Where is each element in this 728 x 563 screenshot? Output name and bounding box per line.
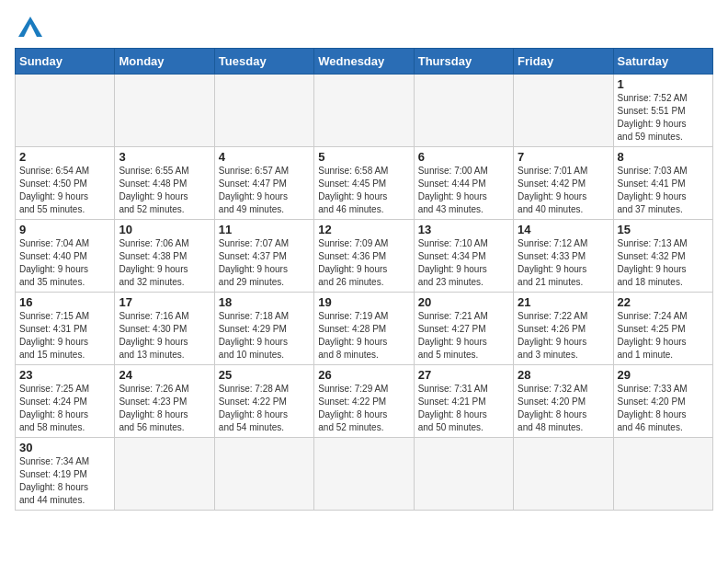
day-info: Sunrise: 6:55 AM Sunset: 4:48 PM Dayligh… <box>119 165 210 216</box>
header <box>15 15 713 39</box>
day-info: Sunrise: 7:52 AM Sunset: 5:51 PM Dayligh… <box>618 92 709 144</box>
day-number: 5 <box>318 150 409 164</box>
day-number: 13 <box>418 223 509 236</box>
calendar: SundayMondayTuesdayWednesdayThursdayFrid… <box>15 48 713 511</box>
calendar-cell: 18Sunrise: 7:18 AM Sunset: 4:29 PM Dayli… <box>214 293 313 365</box>
day-info: Sunrise: 7:21 AM Sunset: 4:27 PM Dayligh… <box>418 310 509 362</box>
day-number: 12 <box>318 223 409 236</box>
day-number: 14 <box>518 223 609 236</box>
calendar-cell: 1Sunrise: 7:52 AM Sunset: 5:51 PM Daylig… <box>613 75 712 147</box>
calendar-cell: 15Sunrise: 7:13 AM Sunset: 4:32 PM Dayli… <box>613 220 712 293</box>
day-info: Sunrise: 7:33 AM Sunset: 4:20 PM Dayligh… <box>618 383 709 434</box>
day-info: Sunrise: 7:32 AM Sunset: 4:20 PM Dayligh… <box>518 383 609 434</box>
calendar-cell: 25Sunrise: 7:28 AM Sunset: 4:22 PM Dayli… <box>214 365 313 438</box>
calendar-cell <box>115 75 214 147</box>
day-info: Sunrise: 7:18 AM Sunset: 4:29 PM Dayligh… <box>219 310 310 362</box>
day-info: Sunrise: 7:07 AM Sunset: 4:37 PM Dayligh… <box>219 237 310 289</box>
calendar-cell: 8Sunrise: 7:03 AM Sunset: 4:41 PM Daylig… <box>613 147 712 220</box>
logo-icon <box>17 15 44 39</box>
day-info: Sunrise: 7:28 AM Sunset: 4:22 PM Dayligh… <box>219 383 310 434</box>
day-number: 30 <box>19 441 110 454</box>
day-info: Sunrise: 7:00 AM Sunset: 4:44 PM Dayligh… <box>418 165 509 216</box>
calendar-row: 23Sunrise: 7:25 AM Sunset: 4:24 PM Dayli… <box>16 365 713 438</box>
calendar-cell: 28Sunrise: 7:32 AM Sunset: 4:20 PM Dayli… <box>514 365 613 438</box>
calendar-row: 30Sunrise: 7:34 AM Sunset: 4:19 PM Dayli… <box>16 438 713 511</box>
day-number: 17 <box>119 295 210 309</box>
day-number: 9 <box>19 223 110 236</box>
day-number: 27 <box>418 368 509 382</box>
calendar-row: 2Sunrise: 6:54 AM Sunset: 4:50 PM Daylig… <box>16 147 713 220</box>
day-info: Sunrise: 6:54 AM Sunset: 4:50 PM Dayligh… <box>19 165 110 216</box>
day-info: Sunrise: 7:06 AM Sunset: 4:38 PM Dayligh… <box>119 237 210 289</box>
day-info: Sunrise: 7:25 AM Sunset: 4:24 PM Dayligh… <box>19 383 110 434</box>
day-number: 18 <box>219 295 310 309</box>
calendar-cell: 6Sunrise: 7:00 AM Sunset: 4:44 PM Daylig… <box>414 147 513 220</box>
calendar-cell: 19Sunrise: 7:19 AM Sunset: 4:28 PM Dayli… <box>314 293 414 365</box>
calendar-cell: 30Sunrise: 7:34 AM Sunset: 4:19 PM Dayli… <box>16 438 115 511</box>
calendar-cell: 20Sunrise: 7:21 AM Sunset: 4:27 PM Dayli… <box>414 293 513 365</box>
calendar-cell: 3Sunrise: 6:55 AM Sunset: 4:48 PM Daylig… <box>115 147 214 220</box>
day-info: Sunrise: 7:29 AM Sunset: 4:22 PM Dayligh… <box>318 383 409 434</box>
weekday-header-saturday: Saturday <box>613 49 712 75</box>
weekday-header-row: SundayMondayTuesdayWednesdayThursdayFrid… <box>16 49 713 75</box>
weekday-header-friday: Friday <box>514 49 613 75</box>
calendar-cell: 17Sunrise: 7:16 AM Sunset: 4:30 PM Dayli… <box>115 293 214 365</box>
calendar-cell: 9Sunrise: 7:04 AM Sunset: 4:40 PM Daylig… <box>16 220 115 293</box>
day-info: Sunrise: 7:34 AM Sunset: 4:19 PM Dayligh… <box>19 455 110 507</box>
day-number: 26 <box>318 368 409 382</box>
day-number: 7 <box>518 150 609 164</box>
day-info: Sunrise: 7:04 AM Sunset: 4:40 PM Dayligh… <box>19 237 110 289</box>
calendar-cell: 24Sunrise: 7:26 AM Sunset: 4:23 PM Dayli… <box>115 365 214 438</box>
day-number: 24 <box>119 368 210 382</box>
calendar-cell <box>613 438 712 511</box>
day-number: 28 <box>518 368 609 382</box>
day-info: Sunrise: 7:24 AM Sunset: 4:25 PM Dayligh… <box>618 310 709 362</box>
calendar-row: 1Sunrise: 7:52 AM Sunset: 5:51 PM Daylig… <box>16 75 713 147</box>
calendar-cell: 4Sunrise: 6:57 AM Sunset: 4:47 PM Daylig… <box>214 147 313 220</box>
day-number: 19 <box>318 295 409 309</box>
day-number: 2 <box>19 150 110 164</box>
day-info: Sunrise: 7:19 AM Sunset: 4:28 PM Dayligh… <box>318 310 409 362</box>
day-number: 22 <box>618 295 709 309</box>
day-number: 16 <box>19 295 110 309</box>
calendar-cell <box>16 75 115 147</box>
calendar-cell: 23Sunrise: 7:25 AM Sunset: 4:24 PM Dayli… <box>16 365 115 438</box>
calendar-cell: 7Sunrise: 7:01 AM Sunset: 4:42 PM Daylig… <box>514 147 613 220</box>
day-info: Sunrise: 7:13 AM Sunset: 4:32 PM Dayligh… <box>618 237 709 289</box>
calendar-row: 9Sunrise: 7:04 AM Sunset: 4:40 PM Daylig… <box>16 220 713 293</box>
calendar-cell <box>115 438 214 511</box>
day-number: 15 <box>618 223 709 236</box>
day-info: Sunrise: 7:15 AM Sunset: 4:31 PM Dayligh… <box>19 310 110 362</box>
calendar-cell: 2Sunrise: 6:54 AM Sunset: 4:50 PM Daylig… <box>16 147 115 220</box>
day-info: Sunrise: 7:22 AM Sunset: 4:26 PM Dayligh… <box>518 310 609 362</box>
day-info: Sunrise: 7:31 AM Sunset: 4:21 PM Dayligh… <box>418 383 509 434</box>
calendar-cell: 27Sunrise: 7:31 AM Sunset: 4:21 PM Dayli… <box>414 365 513 438</box>
calendar-cell: 22Sunrise: 7:24 AM Sunset: 4:25 PM Dayli… <box>613 293 712 365</box>
calendar-cell: 10Sunrise: 7:06 AM Sunset: 4:38 PM Dayli… <box>115 220 214 293</box>
day-info: Sunrise: 7:03 AM Sunset: 4:41 PM Dayligh… <box>618 165 709 216</box>
calendar-cell: 14Sunrise: 7:12 AM Sunset: 4:33 PM Dayli… <box>514 220 613 293</box>
calendar-cell: 12Sunrise: 7:09 AM Sunset: 4:36 PM Dayli… <box>314 220 414 293</box>
day-number: 25 <box>219 368 310 382</box>
day-number: 10 <box>119 223 210 236</box>
calendar-cell <box>214 75 313 147</box>
calendar-cell: 13Sunrise: 7:10 AM Sunset: 4:34 PM Dayli… <box>414 220 513 293</box>
day-number: 8 <box>618 150 709 164</box>
calendar-cell: 29Sunrise: 7:33 AM Sunset: 4:20 PM Dayli… <box>613 365 712 438</box>
calendar-cell <box>514 438 613 511</box>
day-info: Sunrise: 7:12 AM Sunset: 4:33 PM Dayligh… <box>518 237 609 289</box>
day-info: Sunrise: 7:10 AM Sunset: 4:34 PM Dayligh… <box>418 237 509 289</box>
calendar-cell <box>314 75 414 147</box>
day-number: 4 <box>219 150 310 164</box>
calendar-cell <box>314 438 414 511</box>
day-number: 20 <box>418 295 509 309</box>
calendar-row: 16Sunrise: 7:15 AM Sunset: 4:31 PM Dayli… <box>16 293 713 365</box>
calendar-cell <box>214 438 313 511</box>
logo <box>15 15 44 39</box>
calendar-cell: 26Sunrise: 7:29 AM Sunset: 4:22 PM Dayli… <box>314 365 414 438</box>
day-info: Sunrise: 7:01 AM Sunset: 4:42 PM Dayligh… <box>518 165 609 216</box>
day-number: 11 <box>219 223 310 236</box>
day-number: 21 <box>518 295 609 309</box>
day-number: 23 <box>19 368 110 382</box>
day-number: 1 <box>618 77 709 91</box>
